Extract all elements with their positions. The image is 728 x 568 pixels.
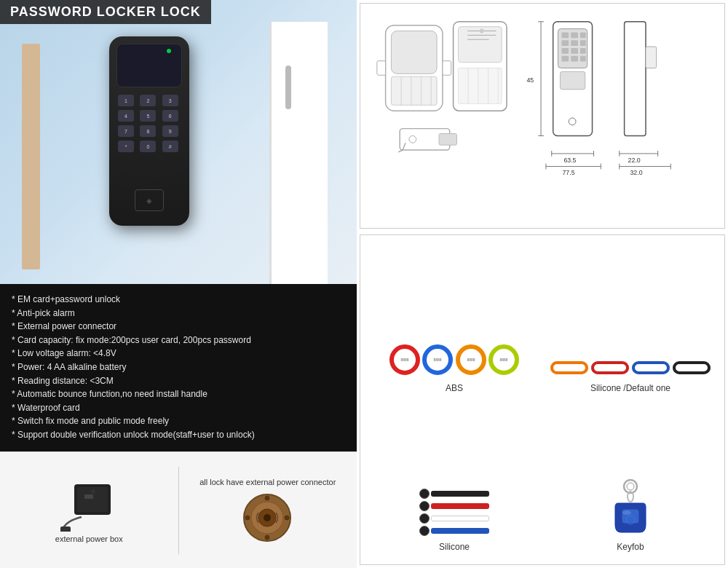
lock-device: 1 2 3 4 5 6 7 8 9 * 0 # [102, 36, 197, 240]
svg-point-9 [265, 496, 269, 500]
strap-black [419, 489, 489, 499]
spec-item-3: * Card capacity: fix mode:200pcs user ca… [12, 334, 345, 347]
silicone-blue [632, 361, 670, 374]
svg-rect-20 [377, 60, 386, 75]
svg-rect-46 [561, 47, 569, 53]
svg-point-27 [480, 28, 484, 33]
abs-label: ABS [446, 383, 463, 393]
lock-keypad: 1 2 3 4 5 6 7 8 9 * 0 # [118, 95, 181, 152]
svg-line-37 [398, 150, 403, 152]
svg-rect-50 [571, 55, 578, 61]
svg-rect-21 [443, 60, 451, 75]
svg-point-80 [622, 510, 631, 515]
silicone-red [591, 361, 629, 374]
svg-rect-47 [571, 47, 578, 53]
main-container: PASSWORD LOCKER LOCK 1 2 3 4 [0, 0, 728, 568]
rfid-area: ◈ [135, 189, 164, 211]
svg-rect-67 [646, 47, 657, 68]
svg-point-12 [285, 516, 289, 520]
abs-band-red: 8888 [389, 344, 420, 375]
svg-rect-14 [391, 31, 437, 74]
connector-svg [240, 491, 295, 545]
power-box-svg [60, 477, 118, 532]
lock-screen [116, 44, 182, 87]
key-3: 3 [162, 95, 178, 106]
svg-point-11 [245, 516, 250, 520]
abs-band-yellow: 8888 [488, 344, 519, 375]
spec-item-5: * Power: 4 AA alkaline battery [12, 360, 345, 374]
svg-rect-3 [84, 494, 93, 499]
power-box-item: external power box [0, 470, 178, 551]
svg-point-8 [264, 514, 271, 521]
svg-text:32.0: 32.0 [630, 169, 642, 176]
spec-item-6: * Reading distance: <3CM [12, 374, 345, 388]
svg-text:22.0: 22.0 [628, 156, 641, 163]
svg-rect-52 [560, 71, 585, 89]
key-2: 2 [140, 95, 156, 106]
spec-item-9: * Switch fix mode and public mode freely [12, 414, 345, 428]
key-5: 5 [140, 110, 156, 122]
connector-item: all lock have external power connector [179, 468, 357, 553]
key-9: 9 [162, 125, 178, 137]
key-hash: # [162, 141, 178, 152]
spec-item-4: * Low voltage alarm: <4.8V [12, 347, 345, 360]
svg-rect-43 [561, 40, 569, 46]
svg-rect-28 [458, 68, 502, 103]
specs-section: * EM card+password unlock* Anti-pick ala… [0, 284, 357, 451]
product-image-section: PASSWORD LOCKER LOCK 1 2 3 4 [0, 0, 357, 284]
abs-band-orange: 8888 [456, 344, 486, 375]
silicone-strap-images [419, 489, 489, 536]
technical-drawings: 63.5 77.5 45 22.0 [360, 3, 725, 229]
strap-white [419, 513, 489, 524]
silicone-default-cell: Silicone /Default one [545, 244, 716, 397]
right-panel: 63.5 77.5 45 22.0 [357, 0, 728, 568]
svg-rect-41 [571, 32, 578, 38]
page-title: PASSWORD LOCKER LOCK [10, 4, 201, 19]
svg-text:63.5: 63.5 [563, 156, 576, 163]
svg-rect-48 [580, 47, 586, 53]
silicone-cell: Silicone [369, 403, 539, 556]
rfid-symbol: ◈ [146, 197, 152, 205]
key-star: * [118, 141, 134, 152]
strap-red [419, 501, 489, 511]
svg-text:45: 45 [526, 76, 534, 83]
door-frame-right [269, 22, 328, 284]
svg-text:77.5: 77.5 [562, 169, 574, 176]
keyfob-svg [605, 478, 656, 536]
keyfob-cell: Keyfob [545, 403, 716, 556]
lock-body: 1 2 3 4 5 6 7 8 9 * 0 # [109, 36, 189, 226]
svg-point-10 [265, 535, 269, 540]
door-handle [285, 66, 291, 109]
key-7: 7 [118, 125, 134, 137]
technical-drawing-svg: 63.5 77.5 45 22.0 [371, 9, 713, 224]
accessories-grid: 8888 8888 8888 8888 [360, 234, 725, 565]
svg-rect-0 [60, 526, 71, 532]
key-6: 6 [162, 110, 178, 122]
svg-rect-45 [580, 40, 586, 46]
abs-images: 8888 8888 8888 8888 [389, 344, 519, 377]
left-panel: PASSWORD LOCKER LOCK 1 2 3 4 [0, 0, 357, 568]
spec-item-8: * Waterproof card [12, 401, 345, 415]
svg-rect-51 [580, 55, 586, 61]
silicone2-label: Silicone [439, 542, 470, 552]
door-frame-left [22, 44, 40, 269]
keyfob-label: Keyfob [617, 542, 644, 552]
status-indicator [167, 49, 171, 53]
title-bar: PASSWORD LOCKER LOCK [0, 0, 211, 24]
silicone-images [550, 361, 711, 377]
svg-rect-44 [571, 40, 578, 46]
silicone-orange [550, 361, 588, 374]
accessories-section: external power box all lock have externa… [0, 451, 357, 568]
spec-item-10: * Support double verification unlock mod… [12, 428, 345, 442]
key-1: 1 [118, 95, 134, 106]
abs-cell: 8888 8888 8888 8888 [369, 244, 539, 397]
connector-label: all lock have external power connector [199, 478, 336, 486]
spec-item-1: * Anti-pick alarm [12, 307, 345, 320]
key-4: 4 [118, 110, 134, 122]
specs-list: * EM card+password unlock* Anti-pick ala… [12, 293, 345, 442]
key-0: 0 [140, 141, 156, 152]
power-box-label: external power box [55, 535, 123, 543]
silicone-black [673, 361, 711, 374]
abs-band-blue: 8888 [422, 344, 453, 375]
strap-blue [419, 526, 489, 536]
